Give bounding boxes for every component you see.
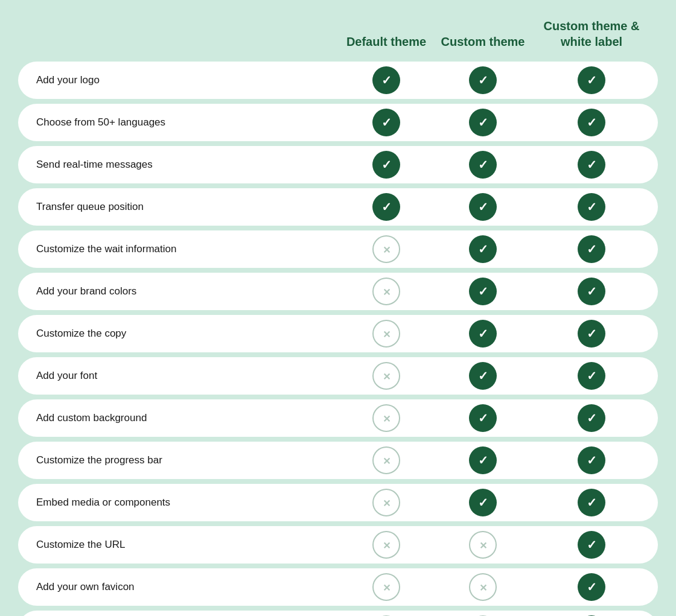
feature-label: Add your font [24,370,338,382]
check-icon [587,157,597,172]
feature-label: Transfer queue position [24,201,338,213]
cell-whitelabel [531,193,652,221]
table-row: Send real-time messages [18,146,658,183]
feature-label: Add your logo [24,74,338,86]
x-icon [383,243,391,256]
cell-custom [435,573,531,601]
check-icon [478,453,488,468]
feature-label: Embed media or components [24,497,338,509]
table-row: Add your own favicon [18,568,658,606]
cell-whitelabel [531,109,652,136]
cell-custom [435,362,531,390]
table-row: Add custom background [18,399,658,437]
cell-custom [435,531,531,559]
x-icon [383,411,391,425]
table-body: Add your logoChoose from 50+ languagesSe… [18,62,658,616]
cell-custom [435,446,531,474]
check-icon [587,242,597,256]
check-icon [587,115,597,130]
cell-whitelabel [531,66,652,94]
feature-label: Customize the progress bar [24,454,338,466]
table-row: Transfer queue position [18,188,658,226]
cell-default [338,66,435,94]
check-icon [478,369,488,383]
check-icon [587,326,597,341]
check-icon [478,157,488,172]
cell-default [338,193,435,221]
table-row: Add your brand colors [18,273,658,310]
cell-default [338,404,435,432]
cell-custom [435,278,531,305]
x-icon [383,285,391,299]
cell-custom [435,489,531,516]
check-icon [587,73,597,87]
header-col2: Default theme [338,34,435,49]
check-icon [381,157,392,172]
cell-whitelabel [531,404,652,432]
cell-whitelabel [531,362,652,390]
table-row: Choose from 50+ languages [18,104,658,141]
header-col3: Custom theme [435,34,531,49]
check-icon [478,115,488,130]
table-row: Remove the Queue-it logo [18,611,658,616]
table-header: Default theme Custom theme Custom theme … [18,18,658,62]
cell-custom [435,193,531,221]
feature-label: Send real-time messages [24,159,338,171]
cell-default [338,531,435,559]
check-icon [587,495,597,510]
cell-default [338,573,435,601]
table-row: Customize the copy [18,315,658,352]
cell-default [338,109,435,136]
cell-default [338,151,435,179]
table-row: Add your font [18,357,658,395]
check-icon [587,538,597,552]
header-col4: Custom theme & white label [531,18,652,49]
cell-whitelabel [531,446,652,474]
feature-label: Customize the copy [24,328,338,340]
cell-default [338,489,435,516]
feature-label: Add custom background [24,412,338,424]
cell-default [338,235,435,263]
check-icon [587,453,597,468]
cell-custom [435,151,531,179]
x-icon [479,538,487,552]
cell-custom [435,109,531,136]
cell-default [338,278,435,305]
x-icon [383,496,391,510]
check-icon [587,369,597,383]
x-icon [479,580,487,594]
cell-custom [435,235,531,263]
table-row: Embed media or components [18,484,658,521]
x-icon [383,580,391,594]
check-icon [381,115,392,130]
check-icon [478,495,488,510]
cell-custom [435,66,531,94]
x-icon [383,538,391,552]
cell-default [338,320,435,348]
cell-custom [435,320,531,348]
cell-custom [435,404,531,432]
cell-whitelabel [531,235,652,263]
check-icon [587,284,597,299]
check-icon [478,73,488,87]
cell-whitelabel [531,278,652,305]
table-row: Customize the wait information [18,230,658,268]
table-row: Customize the progress bar [18,442,658,479]
check-icon [478,242,488,256]
cell-default [338,362,435,390]
check-icon [381,73,392,87]
feature-label: Choose from 50+ languages [24,116,338,129]
check-icon [478,411,488,425]
check-icon [478,326,488,341]
check-icon [478,284,488,299]
feature-label: Add your own favicon [24,581,338,593]
x-icon [383,327,391,341]
cell-whitelabel [531,531,652,559]
check-icon [587,411,597,425]
check-icon [478,200,488,214]
check-icon [587,580,597,594]
x-icon [383,369,391,383]
table-row: Add your logo [18,62,658,99]
table-row: Customize the URL [18,526,658,564]
check-icon [587,200,597,214]
